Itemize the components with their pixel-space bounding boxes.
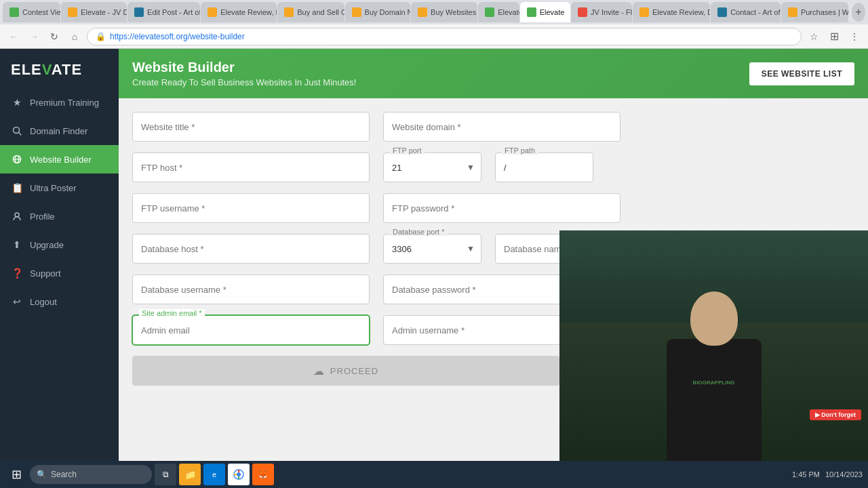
- sidebar-item-premium-training[interactable]: ★ Premium Training: [0, 88, 119, 117]
- sidebar-item-ultra-poster[interactable]: 📋 Ultra Poster: [0, 174, 119, 202]
- website-title-input[interactable]: [132, 112, 370, 142]
- sidebar-item-label: Ultra Poster: [30, 183, 77, 193]
- tab-favicon: [284, 7, 294, 17]
- back-button[interactable]: ←: [5, 28, 22, 45]
- tab-buy-websites[interactable]: Buy Websites fo...: [411, 2, 477, 22]
- taskbar-file-explorer[interactable]: 📁: [179, 464, 201, 485]
- home-button[interactable]: ⌂: [66, 28, 83, 45]
- ftp-path-input[interactable]: [495, 152, 593, 182]
- tab-favicon: [485, 7, 494, 17]
- tab-buy-domain[interactable]: Buy Domain Na...: [345, 2, 411, 22]
- sidebar-item-support[interactable]: ❓ Support: [0, 259, 119, 287]
- ftp-host-input[interactable]: [132, 152, 370, 182]
- header-subtitle: Create Ready To Sell Business Websites I…: [132, 77, 356, 87]
- forward-button[interactable]: →: [26, 28, 42, 45]
- taskbar-edge-icon[interactable]: e: [203, 464, 225, 485]
- tab-buy-sell[interactable]: Buy and Sell On...: [277, 2, 344, 22]
- globe-icon: [11, 153, 23, 165]
- tab-contact[interactable]: Contact - Art of M...: [711, 2, 781, 22]
- ftp-host-field: [132, 152, 370, 182]
- tab-label: Buy Domain Na...: [365, 8, 411, 16]
- ftp-port-wrapper: FTP port 21 22 ▼: [383, 152, 481, 182]
- tab-elevate-active[interactable]: Elevate ✕: [520, 2, 570, 22]
- tab-favicon: [68, 7, 77, 17]
- menu-button[interactable]: ⋮: [846, 28, 863, 45]
- logout-icon: ↩: [11, 296, 23, 308]
- proceed-label: PROCEED: [330, 366, 378, 376]
- logo-v-letter: V: [42, 61, 52, 78]
- tab-elevate-1[interactable]: Elevate: [478, 2, 519, 22]
- taskbar-date: 10/14/2023: [825, 470, 863, 479]
- tab-edit-post[interactable]: Edit Post - Art of M...: [127, 2, 200, 22]
- taskbar-search-icon: 🔍: [37, 470, 47, 479]
- tab-label: Elevate Review, Der...: [220, 8, 277, 16]
- sidebar-item-upgrade[interactable]: ⬆ Upgrade: [0, 230, 119, 259]
- tab-elevate-review-2[interactable]: Elevate Review, Den...: [633, 2, 710, 22]
- person-head: [690, 291, 738, 346]
- taskbar-firefox-icon[interactable]: 🦊: [252, 464, 274, 485]
- sidebar-item-label: Premium Training: [30, 98, 99, 108]
- tab-label: Elevate: [540, 8, 565, 16]
- app-container: ELEVATE ★ Premium Training Domain Finder: [0, 49, 868, 461]
- browser-chrome: Contest View | Elevate - JV DOC Edit Pos…: [0, 0, 868, 49]
- taskbar-chrome-icon[interactable]: [228, 464, 250, 485]
- ftp-password-input[interactable]: [383, 193, 620, 223]
- database-username-input[interactable]: [132, 274, 370, 304]
- tab-elevate-review-1[interactable]: Elevate Review, Der...: [201, 2, 277, 22]
- tab-purchases[interactable]: Purchases | War...: [781, 2, 848, 22]
- webcam-video: BIOGRAPPLING ▶ Don't forget: [559, 230, 868, 461]
- tab-contest-view[interactable]: Contest View |: [3, 2, 60, 22]
- refresh-button[interactable]: ↻: [46, 28, 62, 45]
- ftp-username-input[interactable]: [132, 193, 370, 223]
- taskbar-task-view[interactable]: ⧉: [155, 464, 176, 485]
- tab-bar: Contest View | Elevate - JV DOC Edit Pos…: [0, 0, 868, 24]
- ftp-port-select[interactable]: 21 22: [383, 152, 481, 182]
- header-text: Website Builder Create Ready To Sell Bus…: [132, 60, 356, 87]
- see-website-list-button[interactable]: SEE WEBSITE LIST: [749, 62, 854, 85]
- user-icon: [11, 210, 23, 222]
- sidebar-item-domain-finder[interactable]: Domain Finder: [0, 117, 119, 145]
- svg-line-1: [19, 133, 22, 136]
- bookmark-button[interactable]: ☆: [806, 28, 822, 45]
- tab-favicon: [578, 7, 587, 17]
- url-text: https://elevatesoft.org/website-builder: [110, 32, 245, 41]
- tab-favicon: [639, 7, 649, 17]
- extensions-button[interactable]: ⊞: [826, 28, 842, 45]
- tab-label: Purchases | War...: [801, 8, 848, 16]
- sidebar-item-profile[interactable]: Profile: [0, 202, 119, 230]
- tab-favicon: [527, 7, 536, 17]
- sidebar-item-website-builder[interactable]: Website Builder: [0, 145, 119, 174]
- sidebar-logo: ELEVATE: [0, 49, 119, 88]
- website-domain-input[interactable]: [383, 112, 620, 142]
- tab-elevate-jv[interactable]: Elevate - JV DOC: [61, 2, 127, 22]
- website-domain-field: [383, 112, 620, 142]
- new-tab-button[interactable]: +: [852, 3, 865, 22]
- tab-label: Contact - Art of M...: [730, 8, 781, 16]
- tab-jv-invite[interactable]: JV Invite - Flare: [571, 2, 632, 22]
- logo-text: ELEVATE: [11, 61, 82, 79]
- database-host-input[interactable]: [132, 234, 370, 264]
- proceed-wrapper: ☁ PROCEED: [132, 356, 559, 386]
- sidebar-item-logout[interactable]: ↩ Logout: [0, 287, 119, 316]
- start-button[interactable]: ⊞: [5, 464, 27, 485]
- sidebar-item-label: Website Builder: [30, 155, 92, 165]
- database-host-field: [132, 234, 370, 264]
- taskbar-search[interactable]: 🔍 Search: [30, 465, 152, 484]
- database-port-select[interactable]: 3306: [383, 234, 481, 264]
- youtube-button: ▶ Don't forget: [810, 409, 861, 420]
- ftp-port-label: FTP port: [390, 146, 425, 155]
- sidebar: ELEVATE ★ Premium Training Domain Finder: [0, 49, 119, 461]
- site-admin-email-input[interactable]: [132, 315, 370, 345]
- ftp-port-field: FTP port 21 22 ▼: [383, 152, 481, 182]
- sidebar-item-label: Domain Finder: [30, 126, 87, 136]
- proceed-button[interactable]: ☁ PROCEED: [132, 356, 559, 386]
- address-bar[interactable]: 🔒 https://elevatesoft.org/website-builde…: [87, 28, 802, 45]
- tab-favicon: [717, 7, 727, 17]
- site-admin-email-field: Site admin email *: [132, 315, 370, 345]
- form-row-1: [132, 112, 854, 142]
- cloud-icon: ☁: [313, 365, 325, 378]
- ftp-path-label: FTP path: [502, 146, 538, 155]
- sidebar-item-label: Profile: [30, 211, 55, 222]
- ftp-password-field: [383, 193, 620, 223]
- sidebar-item-label: Support: [30, 268, 61, 279]
